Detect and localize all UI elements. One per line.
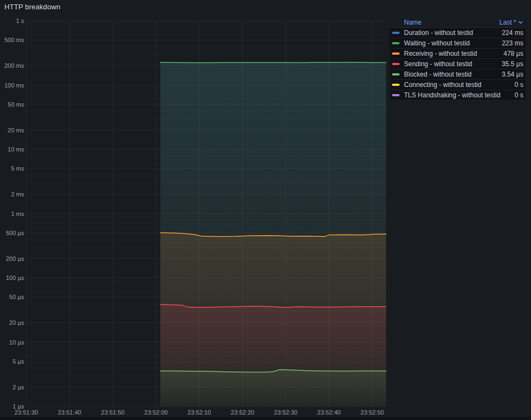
- legend-header-last-label: Last *: [499, 19, 516, 26]
- legend-series-last-value: 0 s: [515, 91, 523, 99]
- x-axis-tick-label: 23:52:30: [274, 410, 298, 416]
- y-axis-tick-label: 20 µs: [0, 320, 24, 326]
- legend-series-name: Connecting - without testid: [404, 81, 515, 89]
- legend-series-name: Sending - without testid: [404, 60, 501, 68]
- legend-series-last-value: 223 ms: [502, 39, 523, 47]
- y-axis-tick-label: 2 µs: [0, 384, 24, 390]
- x-axis-tick-label: 23:51:40: [58, 410, 82, 416]
- y-axis-tick-label: 50 µs: [0, 294, 24, 300]
- x-axis-tick-label: 23:52:20: [231, 410, 255, 416]
- legend-series-name: TLS Handshaking - without testid: [404, 91, 515, 99]
- series-dash-icon: [392, 63, 400, 65]
- series-dash-icon: [392, 84, 400, 86]
- legend-header-name[interactable]: Name: [404, 19, 499, 26]
- y-axis-tick-label: 2 ms: [0, 191, 24, 197]
- y-axis-tick-label: 1 ms: [0, 211, 24, 217]
- y-axis-tick-label: 5 µs: [0, 359, 24, 365]
- legend-header-last[interactable]: Last *: [499, 19, 523, 26]
- legend-series-name: Waiting - without testid: [404, 39, 502, 47]
- legend-row[interactable]: Connecting - without testid0 s: [390, 80, 526, 90]
- legend-series-name: Duration - without testid: [404, 29, 502, 37]
- legend-header: Name Last *: [390, 18, 526, 28]
- y-axis-tick-label: 10 ms: [0, 147, 24, 153]
- x-axis-tick-label: 23:52:50: [361, 410, 384, 416]
- series-dash-icon: [392, 32, 400, 34]
- grafana-panel-http-breakdown: HTTP breakdown 1 s500 ms200 ms100 ms50 m…: [0, 0, 531, 420]
- panel-bottom-edge: [0, 416, 531, 420]
- series-dash-icon: [392, 73, 400, 75]
- y-axis-tick-label: 500 ms: [0, 37, 24, 43]
- x-axis-tick-label: 23:52:40: [318, 410, 341, 416]
- legend-series-last-value: 478 µs: [504, 50, 523, 57]
- y-axis-tick-label: 10 µs: [0, 340, 24, 346]
- series-dash-icon: [392, 42, 400, 44]
- legend-row[interactable]: TLS Handshaking - without testid0 s: [390, 90, 526, 101]
- y-axis-tick-label: 20 ms: [0, 127, 24, 133]
- x-axis-tick-label: 23:51:50: [101, 410, 125, 416]
- legend-row[interactable]: Sending - without testid35.5 µs: [390, 59, 526, 69]
- series-dash-icon: [392, 52, 400, 55]
- chevron-down-icon: [518, 20, 523, 25]
- y-axis-tick-label: 200 ms: [0, 63, 24, 69]
- legend-row[interactable]: Duration - without testid224 ms: [390, 28, 526, 38]
- timeseries-chart-canvas[interactable]: [0, 0, 389, 417]
- legend-row[interactable]: Blocked - without testid3.54 µs: [390, 69, 526, 80]
- y-axis-tick-label: 100 µs: [0, 275, 24, 281]
- legend-row[interactable]: Waiting - without testid223 ms: [390, 38, 526, 49]
- y-axis-tick-label: 50 ms: [0, 102, 24, 108]
- legend-row[interactable]: Receiving - without testid478 µs: [390, 49, 526, 59]
- legend-table: Name Last * Duration - without testid224…: [390, 18, 526, 101]
- legend-series-name: Receiving - without testid: [404, 50, 504, 57]
- legend-series-last-value: 0 s: [515, 81, 523, 89]
- y-axis-tick-label: 500 µs: [0, 230, 24, 236]
- series-dash-icon: [392, 94, 400, 96]
- legend-series-last-value: 224 ms: [502, 29, 523, 37]
- x-axis-tick-label: 23:52:00: [145, 410, 168, 416]
- x-axis-tick-label: 23:52:10: [188, 410, 211, 416]
- area-4: [160, 370, 386, 406]
- y-axis-tick-label: 200 µs: [0, 256, 24, 262]
- legend-series-last-value: 35.5 µs: [501, 60, 523, 68]
- y-axis-tick-label: 1 s: [0, 18, 24, 24]
- y-axis-tick-label: 5 ms: [0, 166, 24, 172]
- legend-series-name: Blocked - without testid: [404, 71, 501, 78]
- y-axis-tick-label: 100 ms: [0, 83, 24, 89]
- legend-series-last-value: 3.54 µs: [501, 71, 523, 78]
- x-axis-tick-label: 23:51:30: [15, 410, 38, 416]
- legend-rows: Duration - without testid224 msWaiting -…: [390, 28, 526, 101]
